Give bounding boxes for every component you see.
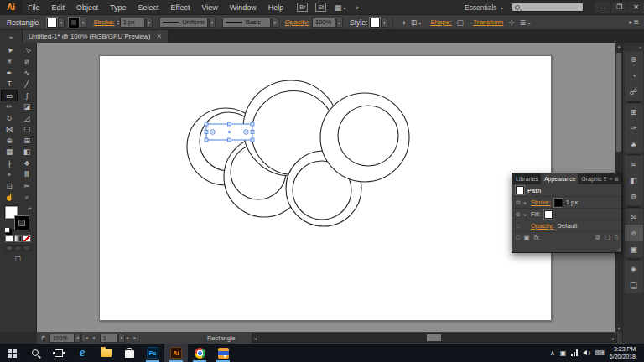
stroke-weight-stepper[interactable]: ▴▾ xyxy=(117,19,119,26)
menu-select[interactable]: Select xyxy=(132,0,165,15)
artboard-number-field[interactable]: 1 xyxy=(100,334,118,343)
color-panel-icon[interactable]: ⊛ xyxy=(625,51,643,68)
chrome-icon[interactable] xyxy=(188,344,211,362)
align-icon[interactable]: ⊹ xyxy=(508,18,515,27)
task-view-button[interactable] xyxy=(47,344,70,362)
artboard-number-dropdown[interactable]: ▾ xyxy=(118,334,125,343)
menu-type[interactable]: Type xyxy=(104,0,132,15)
vertical-scroll-thumb[interactable] xyxy=(616,53,621,152)
appearance-item-row[interactable]: Path xyxy=(512,184,621,197)
stroke-color-swatch[interactable] xyxy=(69,18,79,28)
pen-tool[interactable]: ✒ xyxy=(1,67,18,79)
fill-stroke-proxy[interactable]: ⇄ xyxy=(4,205,32,233)
mesh-tool[interactable]: ▦ xyxy=(1,147,18,158)
tab-appearance[interactable]: Appearance xyxy=(541,173,578,184)
panel-menu-icon[interactable]: ≣ xyxy=(614,176,619,183)
share-icon[interactable]: ➢ xyxy=(354,3,361,12)
blend-tool[interactable]: ❖ xyxy=(18,158,35,169)
stroke-proxy-swatch[interactable] xyxy=(15,216,29,230)
document-setup-icon[interactable]: ⊞▾ xyxy=(411,18,422,27)
menu-edit[interactable]: Edit xyxy=(46,0,71,15)
more-options-icon[interactable]: ≣▾ xyxy=(520,18,531,27)
fill-row[interactable]: ⊙ ▸ Fill: xyxy=(512,209,621,220)
last-artboard-button[interactable]: ▸| xyxy=(133,334,139,341)
ring-right-inner-circle[interactable] xyxy=(338,106,398,166)
arrange-documents-icon[interactable]: ▦▾ xyxy=(335,3,346,12)
selection-handle[interactable] xyxy=(251,131,254,134)
color-guide-panel-icon[interactable]: ◔ xyxy=(625,68,643,85)
network-icon[interactable] xyxy=(571,349,578,356)
transparency-panel-icon[interactable]: ⊚ xyxy=(625,189,643,205)
brush-definition-field[interactable]: Basic xyxy=(222,18,271,28)
color-button[interactable] xyxy=(5,235,13,242)
curvature-tool[interactable]: ∿ xyxy=(18,67,35,79)
opacity-row[interactable]: ⊙ Opacity: Default xyxy=(512,220,621,232)
fill-visibility-icon[interactable]: ⊙ xyxy=(516,211,524,218)
control-panel-menu-icon[interactable]: ▸≣ xyxy=(629,18,640,26)
direct-selection-tool[interactable]: ▻ xyxy=(18,44,35,56)
fill-expand-icon[interactable]: ▸ xyxy=(524,211,531,217)
fill-swatch[interactable] xyxy=(544,210,553,219)
delete-item-icon[interactable]: ▯ xyxy=(615,234,618,241)
scroll-up-icon[interactable]: ▴ xyxy=(615,44,622,49)
gradient-panel-icon[interactable]: ◧ xyxy=(625,173,643,189)
zoom-level-field[interactable]: 100% xyxy=(49,334,75,343)
clear-appearance-icon[interactable]: ⊘ xyxy=(595,234,600,241)
volume-icon[interactable]: )) xyxy=(583,350,589,355)
type-tool[interactable]: T xyxy=(1,79,18,90)
menu-file[interactable]: File xyxy=(22,0,46,15)
selection-handle[interactable] xyxy=(228,122,231,126)
tray-chevron-icon[interactable]: ∧ xyxy=(550,349,555,357)
opacity-field[interactable]: 100% xyxy=(312,18,335,28)
selection-handle[interactable] xyxy=(251,138,254,142)
menu-object[interactable]: Object xyxy=(70,0,104,15)
selection-handle[interactable] xyxy=(205,131,208,134)
stroke-link[interactable]: Stroke: xyxy=(531,199,551,206)
tab-graphic-styles[interactable]: Graphic Sty xyxy=(578,173,606,184)
stroke-panel-icon[interactable]: ≡ xyxy=(625,156,643,173)
line-segment-tool[interactable]: ╱ xyxy=(18,79,35,90)
brushes-panel-icon[interactable]: ✑ xyxy=(625,120,643,137)
tray-device-icon[interactable]: ▣ xyxy=(560,349,567,357)
stroke-swatch[interactable] xyxy=(554,199,563,207)
menu-view[interactable]: View xyxy=(195,0,223,15)
artboard[interactable] xyxy=(99,55,552,321)
panel-resize-grip[interactable] xyxy=(616,247,621,251)
search-button[interactable] xyxy=(23,344,47,362)
workspace-switcher[interactable]: Essentials ▾ xyxy=(465,3,503,12)
draw-normal-button[interactable] xyxy=(5,245,13,251)
selection-handle[interactable] xyxy=(205,138,208,142)
free-transform-tool[interactable]: ▢ xyxy=(18,124,35,136)
swatches-panel-icon[interactable]: ⊞ xyxy=(625,104,643,121)
scroll-right-icon[interactable]: ▸ xyxy=(612,334,615,342)
taskbar-clock[interactable]: 3:23 PM 6/20/2018 xyxy=(610,345,639,360)
gradient-tool[interactable]: ◧ xyxy=(18,147,35,158)
artboards-panel-icon[interactable]: ❏ xyxy=(625,277,643,294)
stock-button[interactable]: St xyxy=(315,3,326,12)
column-graph-tool[interactable]: Ⅲ xyxy=(18,169,35,181)
paintbrush-tool[interactable]: ∫ xyxy=(18,90,35,101)
start-button[interactable] xyxy=(0,344,23,362)
shape-link[interactable]: Shape: xyxy=(430,18,451,26)
add-new-effect-icon[interactable]: fx. xyxy=(534,234,541,241)
opacity-link[interactable]: Opacity: xyxy=(531,222,554,230)
default-fill-stroke-icon[interactable] xyxy=(4,227,10,233)
shape-builder-tool[interactable]: ⊕ xyxy=(1,135,18,147)
artboard-tool[interactable]: ⊡ xyxy=(1,180,18,192)
menu-effect[interactable]: Effect xyxy=(165,0,196,15)
duplicate-item-icon[interactable]: ❏ xyxy=(605,234,610,241)
stroke-row[interactable]: ⊙ ▸ Stroke: 1 px xyxy=(512,197,621,209)
touch-keyboard-icon[interactable]: ⌨ xyxy=(595,349,605,357)
fill-color-swatch[interactable] xyxy=(47,18,57,28)
stroke-visibility-icon[interactable]: ⊙ xyxy=(516,199,524,206)
document-tab[interactable]: Untitled-1* @ 100% (RGB/GPU Preview) ✕ xyxy=(23,30,169,43)
minimize-button[interactable]: – xyxy=(595,2,610,13)
opacity-visibility-icon[interactable]: ⊙ xyxy=(516,223,524,230)
graphic-styles-panel-icon[interactable]: ▣ xyxy=(625,241,643,258)
screen-mode-button[interactable]: ▢ xyxy=(0,251,36,262)
first-artboard-button[interactable]: |◂ xyxy=(83,334,89,341)
scroll-down-icon[interactable]: ▾ xyxy=(615,326,622,331)
edge-icon[interactable]: e xyxy=(70,344,94,362)
menu-help[interactable]: Help xyxy=(262,0,290,15)
selection-tool[interactable]: ► xyxy=(1,44,18,56)
